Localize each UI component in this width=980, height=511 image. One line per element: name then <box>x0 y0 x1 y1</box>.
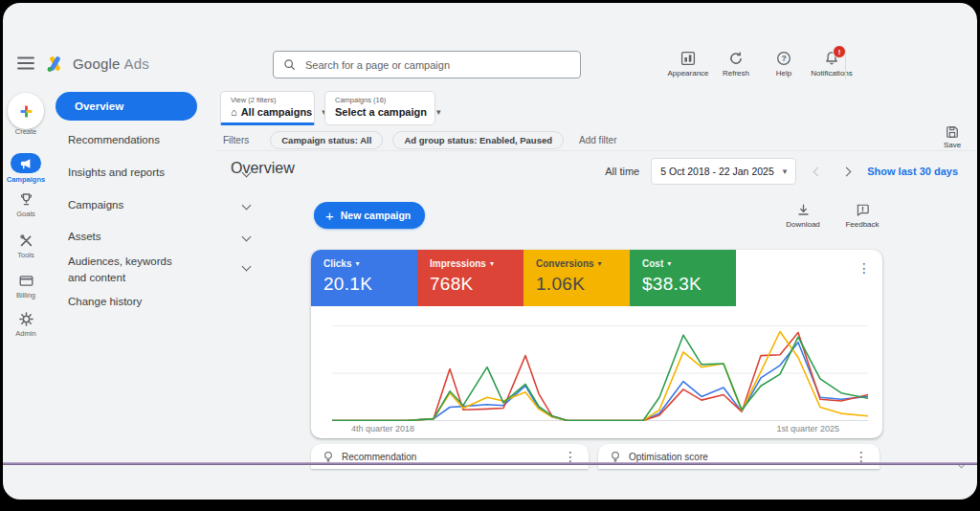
topbar-actions: Appearance Refresh ? Help ! Notification… <box>668 51 852 78</box>
tools-icon <box>18 233 34 249</box>
help-button[interactable]: ? Help <box>764 51 804 78</box>
filters-row: Filters Campaign status: All Ad group st… <box>223 131 617 149</box>
create-label: Create <box>3 127 49 136</box>
save-button[interactable]: Save <box>933 125 971 149</box>
campaigns-megaphone-icon <box>11 153 41 173</box>
refresh-button[interactable]: Refresh <box>716 51 756 78</box>
metric-caret-icon: ▾ <box>490 259 494 268</box>
filter-chip-adgroup-status[interactable]: Ad group status: Enabled, Paused <box>392 131 564 149</box>
metric-value: 768K <box>430 274 523 295</box>
view-selector[interactable]: View (2 filters) ⌂ All campaigns ▾ <box>220 91 315 125</box>
sidebar-item-recommendations[interactable]: Recommendations <box>68 134 200 145</box>
sidebar-item-assets[interactable]: Assets <box>68 231 200 242</box>
previous-range-button[interactable] <box>808 162 827 181</box>
filters-label: Filters <box>223 135 249 145</box>
google-ads-logo: GoogleAds <box>45 54 149 74</box>
rail-item-admin[interactable]: Admin <box>3 311 49 338</box>
date-range-cluster: All time 5 Oct 2018 - 22 Jan 2025 ▾ Show… <box>605 158 958 185</box>
next-range-button[interactable] <box>836 162 856 181</box>
billing-card-icon <box>18 273 34 289</box>
appearance-button[interactable]: Appearance <box>668 51 708 78</box>
search-input[interactable] <box>303 58 570 72</box>
chevron-left-icon <box>813 167 822 176</box>
create-plus-icon <box>18 103 34 120</box>
appearance-icon <box>680 51 696 66</box>
rail-item-campaigns[interactable]: Campaigns <box>3 153 49 184</box>
section-divider <box>215 150 977 151</box>
save-icon <box>946 125 959 139</box>
chevron-down-icon <box>242 232 252 241</box>
ads-logo-icon <box>45 54 65 74</box>
download-icon <box>796 203 811 217</box>
metric-caret-icon: ▾ <box>667 259 671 268</box>
rail-item-goals[interactable]: Goals <box>3 191 49 218</box>
metric-tile-impressions[interactable]: Impressions▾ 768K <box>417 250 523 306</box>
goals-trophy-icon <box>18 191 34 208</box>
dropdown-caret-icon: ▾ <box>783 167 788 176</box>
card-menu-icon[interactable]: ⋮ <box>858 261 871 275</box>
optimisation-score-card[interactable]: Optimisation score ⋮ <box>598 444 880 469</box>
range-label: All time <box>605 166 639 177</box>
plus-icon: + <box>325 209 334 223</box>
recommendation-card[interactable]: Recommendation ⋮ <box>311 444 589 469</box>
campaign-selector[interactable]: Campaigns (16) Select a campaign ▾ <box>324 91 435 125</box>
metric-tile-clicks[interactable]: Clicks▾ 20.1K <box>311 250 417 306</box>
performance-card: Clicks▾ 20.1K Impressions▾ 768K Conversi… <box>311 250 882 438</box>
chevron-down-icon <box>242 262 252 272</box>
feedback-button[interactable]: Feedback <box>839 203 885 229</box>
metric-tiles: Clicks▾ 20.1K Impressions▾ 768K Conversi… <box>311 250 736 306</box>
x-axis-start-label: 4th quarter 2018 <box>351 424 414 433</box>
chevron-down-icon <box>242 200 252 210</box>
rail-item-tools[interactable]: Tools <box>3 233 49 259</box>
topbar-divider <box>845 49 846 79</box>
add-filter-button[interactable]: Add filter <box>579 135 616 145</box>
x-axis-end-label: 1st quarter 2025 <box>776 424 839 433</box>
metric-tile-conversions[interactable]: Conversions▾ 1.06K <box>523 250 630 306</box>
new-campaign-button[interactable]: + New campaign <box>314 202 425 229</box>
metric-caret-icon: ▾ <box>355 259 359 268</box>
show-last-30-days-link[interactable]: Show last 30 days <box>867 166 958 177</box>
metric-value: 20.1K <box>323 274 417 295</box>
screen-edge-line <box>3 462 977 465</box>
card-menu-icon[interactable]: ⋮ <box>564 450 577 463</box>
notification-badge: ! <box>833 45 846 58</box>
report-actions: Download Feedback <box>780 203 885 229</box>
main-menu-icon[interactable] <box>17 56 34 70</box>
global-search[interactable] <box>273 51 581 78</box>
filter-chip-campaign-status[interactable]: Campaign status: All <box>270 131 383 149</box>
lightbulb-icon <box>323 451 334 463</box>
admin-gear-icon <box>18 311 34 327</box>
svg-text:?: ? <box>781 54 786 63</box>
dropdown-caret-icon: ▾ <box>436 107 441 117</box>
sidebar-item-campaigns[interactable]: Campaigns <box>68 199 200 211</box>
chart-line-clicks <box>332 343 868 421</box>
chart-line-cost <box>332 335 868 420</box>
lightbulb-icon <box>610 451 621 463</box>
help-icon: ? <box>776 51 791 66</box>
page-title: Overview <box>231 160 295 177</box>
create-button[interactable] <box>8 93 44 129</box>
performance-line-chart <box>332 325 868 421</box>
download-button[interactable]: Download <box>780 203 826 229</box>
chart-line-impressions <box>332 332 868 420</box>
chevron-right-icon <box>841 167 851 176</box>
metric-value: 1.06K <box>536 274 630 295</box>
card-menu-icon[interactable]: ⋮ <box>855 450 868 463</box>
sidebar-item-insights-reports[interactable]: Insights and reports <box>68 167 200 178</box>
feedback-icon <box>856 203 870 217</box>
refresh-icon <box>728 51 744 66</box>
rail-item-billing[interactable]: Billing <box>3 273 49 300</box>
google-ads-window: GoogleAds Appearance Refresh ? Help <box>3 3 977 500</box>
date-range-picker[interactable]: 5 Oct 2018 - 22 Jan 2025 ▾ <box>651 158 796 185</box>
brand-text: GoogleAds <box>73 56 149 72</box>
sidebar-item-change-history[interactable]: Change history <box>68 296 200 307</box>
sidebar-item-audiences[interactable]: Audiences, keywords and content <box>68 254 200 285</box>
metric-value: $38.3K <box>642 274 736 295</box>
metric-tile-cost[interactable]: Cost▾ $38.3K <box>630 250 736 306</box>
home-icon: ⌂ <box>231 106 237 118</box>
metric-caret-icon: ▾ <box>598 259 602 268</box>
sidebar-item-overview[interactable]: Overview <box>56 92 197 121</box>
search-icon <box>283 58 296 71</box>
